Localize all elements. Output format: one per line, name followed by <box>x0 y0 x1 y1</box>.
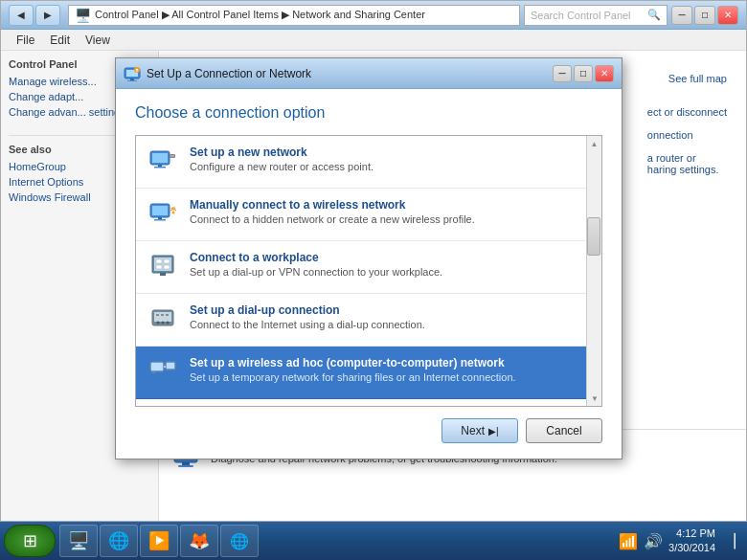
svg-rect-40 <box>151 363 163 370</box>
show-desktop-button[interactable]: ▕ <box>725 533 736 549</box>
options-list[interactable]: Set up a new network Configure a new rou… <box>135 135 602 407</box>
dialog-minimize-button[interactable]: ─ <box>553 65 572 82</box>
option-adhoc-desc: Set up a temporary network for sharing f… <box>190 371 590 383</box>
next-button-label: Next <box>461 424 485 437</box>
option-workplace-title: Connect to a workplace <box>190 251 590 264</box>
svg-point-33 <box>157 322 160 325</box>
sharing-settings-link[interactable]: haring settings. <box>647 164 719 175</box>
search-icon[interactable]: 🔍 <box>647 9 661 21</box>
taskbar-item-media[interactable]: ▶️ <box>140 525 178 557</box>
media-icon: ▶️ <box>148 530 170 551</box>
taskbar-items: 🖥️ 🌐 ▶️ 🦊 🌐 <box>59 525 611 557</box>
svg-rect-32 <box>154 312 171 322</box>
svg-point-35 <box>167 322 170 325</box>
dialog-buttons: Next ▶| Cancel <box>135 418 602 443</box>
svg-rect-9 <box>127 80 137 81</box>
address-bar[interactable]: 🖥️ Control Panel ▶ All Control Panel Ite… <box>68 5 520 26</box>
dialog-window: Set Up a Connection or Network ─ □ ✕ Cho… <box>115 57 622 459</box>
svg-rect-18 <box>170 155 174 157</box>
dialog-win-controls: ─ □ ✕ <box>553 65 614 82</box>
svg-rect-26 <box>156 259 162 263</box>
bg-window-controls: ─ □ ✕ <box>671 6 738 25</box>
bg-title-bar: ◀ ▶ 🖥️ Control Panel ▶ All Control Panel… <box>1 1 746 30</box>
svg-rect-11 <box>136 69 138 71</box>
svg-rect-38 <box>166 314 169 316</box>
taskbar-item-computer[interactable]: 🖥️ <box>59 525 98 557</box>
svg-rect-37 <box>161 314 164 316</box>
dialog-close-button[interactable]: ✕ <box>595 65 614 82</box>
dialog-title-icon <box>124 65 141 82</box>
search-placeholder-text: Search Control Panel <box>531 10 631 21</box>
workplace-icon <box>147 251 178 281</box>
bg-minimize-button[interactable]: ─ <box>671 6 692 25</box>
option-new-network[interactable]: Set up a new network Configure a new rou… <box>136 136 601 189</box>
taskbar-item-ie[interactable]: 🌐 <box>100 525 138 557</box>
router-link[interactable]: a router or <box>647 152 696 164</box>
svg-point-34 <box>162 322 165 325</box>
scrollbar-up-button[interactable]: ▲ <box>587 136 601 151</box>
connect-disconnect-link[interactable]: ect or disconnect <box>647 106 727 118</box>
option-adhoc-text: Set up a wireless ad hoc (computer-to-co… <box>190 356 590 383</box>
dialog-content: Choose a connection option <box>116 89 622 459</box>
bg-close-button[interactable]: ✕ <box>717 6 738 25</box>
menu-view[interactable]: View <box>78 32 118 49</box>
scrollbar-thumb[interactable] <box>587 217 600 256</box>
option-new-network-desc: Configure a new router or access point. <box>190 161 590 172</box>
option-adhoc[interactable]: Set up a wireless ad hoc (computer-to-co… <box>136 347 601 399</box>
next-button[interactable]: Next ▶| <box>441 418 518 443</box>
ie-icon: 🌐 <box>108 530 129 551</box>
taskbar: ⊞ 🖥️ 🌐 ▶️ 🦊 🌐 📶 🔊 4:12 PM 3 <box>0 522 747 560</box>
connection-link[interactable]: onnection <box>647 129 693 141</box>
new-network-icon <box>147 146 178 176</box>
menu-file[interactable]: File <box>9 32 42 49</box>
option-dialup[interactable]: Set up a dial-up connection Connect to t… <box>136 294 601 347</box>
address-icon: 🖥️ <box>75 8 91 23</box>
svg-rect-28 <box>156 265 162 269</box>
option-dialup-desc: Connect to the Internet using a dial-up … <box>190 319 590 330</box>
dialup-icon <box>147 303 178 334</box>
svg-rect-15 <box>158 165 162 167</box>
bg-search-box[interactable]: Search Control Panel 🔍 <box>524 5 668 26</box>
svg-rect-29 <box>164 265 170 269</box>
dialog-maximize-button[interactable]: □ <box>574 65 593 82</box>
nav-buttons: ◀ ▶ <box>9 5 60 26</box>
manually-wireless-icon <box>147 198 178 229</box>
next-cursor: ▶| <box>488 426 499 437</box>
option-dialup-text: Set up a dial-up connection Connect to t… <box>190 303 590 330</box>
volume-icon: 🔊 <box>644 532 663 550</box>
clock-time: 4:12 PM <box>668 526 715 541</box>
svg-rect-12 <box>137 70 138 71</box>
forward-button[interactable]: ▶ <box>35 5 60 26</box>
bg-maximize-button[interactable]: □ <box>694 6 715 25</box>
svg-rect-20 <box>152 206 168 215</box>
svg-rect-14 <box>152 153 168 163</box>
menu-bar: File Edit View <box>1 30 746 51</box>
address-text: Control Panel ▶ All Control Panel Items … <box>95 9 425 21</box>
svg-rect-2 <box>178 465 193 467</box>
taskbar-clock[interactable]: 4:12 PM 3/30/2014 <box>668 526 715 556</box>
start-button[interactable]: ⊞ <box>4 525 56 557</box>
taskbar-item-firefox[interactable]: 🦊 <box>180 525 218 557</box>
see-full-map-link[interactable]: See full map <box>668 73 727 84</box>
scrollbar-down-button[interactable]: ▼ <box>587 391 602 406</box>
option-workplace[interactable]: Connect to a workplace Set up a dial-up … <box>136 241 601 294</box>
back-button[interactable]: ◀ <box>9 5 34 26</box>
svg-rect-8 <box>130 78 134 80</box>
start-icon: ⊞ <box>23 530 37 551</box>
cancel-button[interactable]: Cancel <box>526 418 602 443</box>
dialog-main-title: Choose a connection option <box>135 104 602 122</box>
dialog-title-text: Set Up a Connection or Network <box>147 67 553 80</box>
option-workplace-text: Connect to a workplace Set up a dial-up … <box>190 251 590 278</box>
cancel-button-label: Cancel <box>546 424 581 437</box>
menu-edit[interactable]: Edit <box>42 32 78 49</box>
taskbar-item-network[interactable]: 🌐 <box>220 525 259 557</box>
svg-rect-16 <box>154 167 166 168</box>
option-manually-wireless[interactable]: Manually connect to a wireless network C… <box>136 189 601 241</box>
option-workplace-desc: Set up a dial-up or VPN connection to yo… <box>190 266 590 278</box>
option-manually-wireless-title: Manually connect to a wireless network <box>190 198 590 212</box>
svg-point-23 <box>172 212 175 214</box>
clock-date: 3/30/2014 <box>668 541 715 555</box>
option-dialup-title: Set up a dial-up connection <box>190 303 590 317</box>
scrollbar[interactable]: ▲ ▼ <box>586 136 601 406</box>
computer-icon: 🖥️ <box>68 530 89 551</box>
